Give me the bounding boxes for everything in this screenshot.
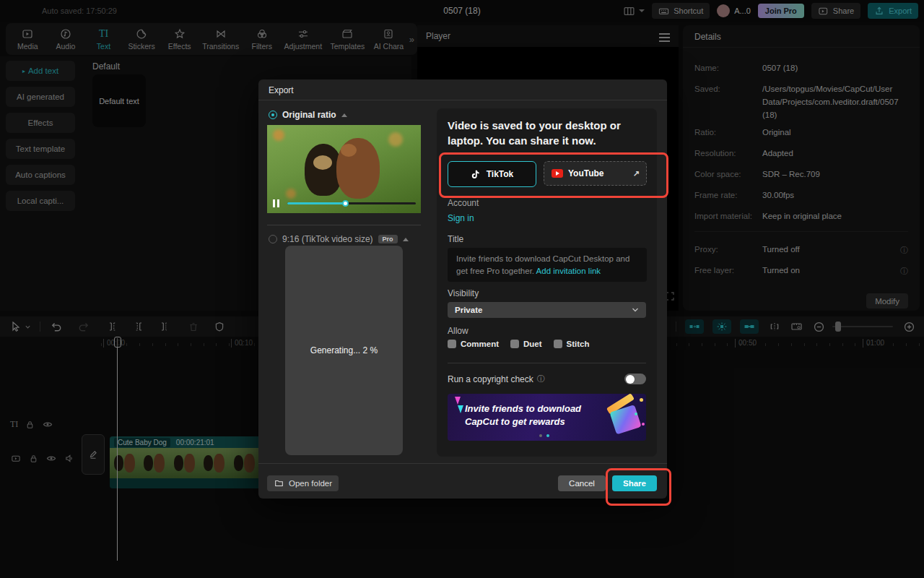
generating-preview-box: Generating... 2 % <box>285 246 403 455</box>
annotation-share-button <box>606 468 671 506</box>
comment-checkbox[interactable]: Comment <box>448 340 499 348</box>
copyright-check-row: Run a copyright check ⓘ <box>448 374 646 384</box>
banner-text: Invite friends to download CapCut to get… <box>465 402 588 428</box>
collapse-icon[interactable] <box>403 238 409 241</box>
divider <box>267 225 421 225</box>
promo-banner[interactable]: Invite friends to download CapCut to get… <box>448 394 646 441</box>
dialog-title: Export <box>269 85 294 95</box>
saved-message: Video is saved to your desktop or laptop… <box>448 118 648 148</box>
radio-unselected-icon <box>269 235 277 243</box>
visibility-select[interactable]: Private <box>448 302 646 318</box>
annotation-share-destinations <box>439 152 668 198</box>
divider <box>448 363 646 363</box>
collapse-icon[interactable] <box>341 113 347 117</box>
capcut-clapper-illustration <box>604 395 645 436</box>
progress-fill <box>287 202 345 204</box>
radio-selected-icon <box>269 111 277 119</box>
copyright-toggle[interactable] <box>624 374 646 384</box>
title-input[interactable]: Invite friends to download CapCut Deskto… <box>448 248 647 282</box>
progress-knob[interactable] <box>342 200 349 207</box>
ratio-916-radio[interactable]: 9:16 (TikTok video size) Pro <box>269 234 409 244</box>
duet-checkbox[interactable]: Duet <box>510 340 542 348</box>
info-icon[interactable]: ⓘ <box>537 374 545 384</box>
pro-badge: Pro <box>378 235 398 243</box>
account-label: Account <box>448 198 479 208</box>
dot[interactable] <box>539 434 542 437</box>
stitch-checkbox[interactable]: Stitch <box>554 340 590 348</box>
puppy-brown <box>336 138 380 199</box>
pause-icon[interactable] <box>273 199 279 207</box>
checkbox-icon <box>554 340 562 348</box>
add-invitation-link[interactable]: Add invitation link <box>536 267 601 275</box>
open-folder-button[interactable]: Open folder <box>267 475 339 491</box>
capcut-app-window: Auto saved: 17:50:29 0507 (18) Shortcut … <box>0 0 924 578</box>
original-ratio-radio[interactable]: Original ratio <box>269 110 347 120</box>
folder-icon <box>274 478 284 488</box>
visibility-label: Visibility <box>448 288 479 298</box>
allow-options: Comment Duet Stitch <box>448 340 590 348</box>
export-preview <box>267 125 421 213</box>
divider <box>258 100 667 100</box>
preview-progress-bar[interactable] <box>287 202 416 204</box>
export-dialog: Export Original ratio 9:16 (TikTok video… <box>258 79 667 499</box>
banner-pagination <box>539 434 549 437</box>
title-label: Title <box>448 234 463 244</box>
cancel-button[interactable]: Cancel <box>558 475 606 491</box>
sign-in-link[interactable]: Sign in <box>448 213 474 223</box>
pin-icon <box>458 405 463 413</box>
divider <box>258 463 667 464</box>
dot-active[interactable] <box>546 434 549 437</box>
checkbox-icon <box>448 340 456 348</box>
checkbox-icon <box>510 340 519 348</box>
generating-status: Generating... 2 % <box>310 345 378 355</box>
chevron-down-icon <box>632 307 639 313</box>
pin-icon <box>455 397 461 405</box>
allow-label: Allow <box>448 326 468 336</box>
